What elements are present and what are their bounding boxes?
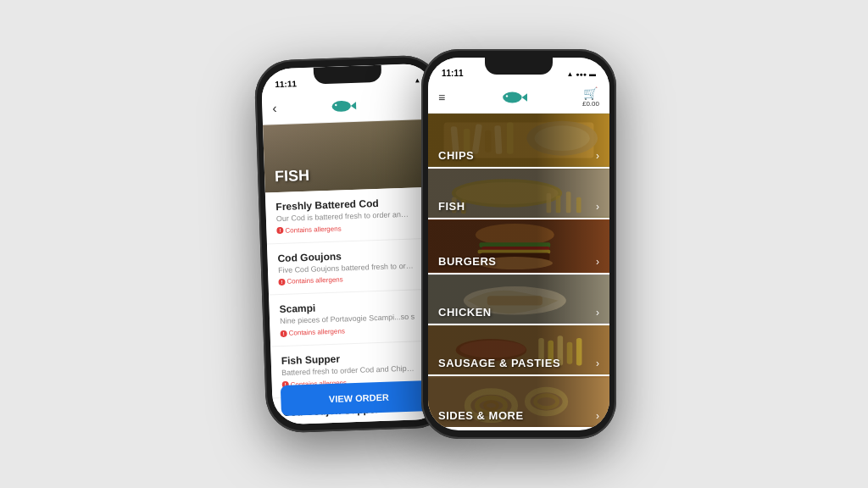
category-row-sausage[interactable]: SAUSAGE & PASTIES ›: [428, 325, 609, 376]
category-row-burgers[interactable]: BURGERS ›: [428, 219, 609, 274]
chicken-chevron: ›: [596, 307, 599, 319]
sides-chevron: ›: [596, 410, 599, 422]
svg-marker-4: [522, 93, 527, 102]
battery-icon: ▬: [589, 70, 596, 78]
cart-button[interactable]: 🛒 £0.00: [582, 86, 599, 108]
sausage-chevron: ›: [596, 358, 599, 369]
right-status-time: 11:11: [442, 69, 464, 78]
signal-icon-right: ●●●: [576, 71, 587, 77]
view-order-button[interactable]: VIEW ORDER: [281, 380, 437, 416]
chicken-label-row: CHICKEN ›: [428, 301, 609, 324]
category-screen: CHIPS ›: [428, 114, 609, 430]
sides-label: SIDES & MORE: [438, 409, 524, 422]
right-phone-screen: 11:11 ▲ ●●● ▬ ≡ 🛒 £0.00: [428, 58, 609, 430]
svg-point-3: [503, 92, 521, 103]
sausage-label-row: SAUSAGE & PASTIES ›: [428, 352, 609, 374]
hamburger-menu-button[interactable]: ≡: [438, 91, 445, 104]
category-row-sides[interactable]: SIDES & MORE ›: [428, 376, 609, 427]
left-status-time: 11:11: [275, 79, 297, 89]
chips-chevron: ›: [596, 150, 599, 162]
category-title-fish: FISH: [275, 167, 310, 186]
burgers-label-row: BURGERS ›: [428, 250, 609, 273]
wifi-icon: ▲: [566, 70, 573, 78]
category-hero-fish: FISH: [263, 119, 438, 193]
fish-chevron: ›: [596, 201, 599, 213]
chips-label: CHIPS: [438, 149, 474, 162]
category-row-chips[interactable]: CHIPS ›: [428, 114, 609, 169]
left-notch: [314, 65, 382, 85]
burgers-chevron: ›: [596, 256, 599, 268]
right-notch: [485, 58, 553, 75]
svg-marker-1: [350, 102, 356, 110]
burgers-label: BURGERS: [438, 255, 497, 268]
fish-label: FISH: [438, 200, 465, 213]
cart-icon: 🛒: [582, 86, 599, 100]
fish-label-row: FISH ›: [428, 195, 609, 218]
allergen-dot-0: !: [276, 227, 283, 234]
back-button[interactable]: ‹: [272, 101, 277, 116]
right-phone: 11:11 ▲ ●●● ▬ ≡ 🛒 £0.00: [421, 49, 616, 439]
allergen-dot-2: !: [280, 330, 287, 336]
svg-point-5: [506, 95, 508, 97]
fish-logo-right: [500, 89, 527, 106]
fish-logo-left: [329, 97, 357, 114]
left-phone-screen: 11:11 ▲ ‹ FISH: [261, 64, 447, 425]
svg-point-0: [331, 100, 351, 112]
right-status-icons: ▲ ●●● ▬: [566, 70, 596, 78]
sausage-label: SAUSAGE & PASTIES: [438, 357, 560, 369]
left-status-icons: ▲: [414, 76, 420, 84]
sides-label-row: SIDES & MORE ›: [428, 404, 609, 427]
chips-label-row: CHIPS ›: [428, 144, 609, 167]
chicken-label: CHICKEN: [438, 306, 492, 319]
menu-item-2[interactable]: Scampi Nine pieces of Portavogie Scampi.…: [269, 290, 443, 347]
menu-item-0[interactable]: Freshly Battered Cod Our Cod is battered…: [265, 186, 440, 244]
menu-item-1[interactable]: Cod Goujons Five Cod Goujons battered fr…: [267, 238, 442, 296]
signal-icon: ▲: [414, 76, 420, 84]
right-app-header: ≡ 🛒 £0.00: [428, 81, 609, 114]
phones-container: 11:11 ▲ ‹ FISH: [243, 49, 625, 439]
category-row-chicken[interactable]: CHICKEN ›: [428, 274, 609, 325]
cart-total: £0.00: [582, 100, 599, 108]
allergen-dot-1: !: [278, 279, 285, 286]
category-row-fish[interactable]: FISH ›: [428, 169, 609, 219]
